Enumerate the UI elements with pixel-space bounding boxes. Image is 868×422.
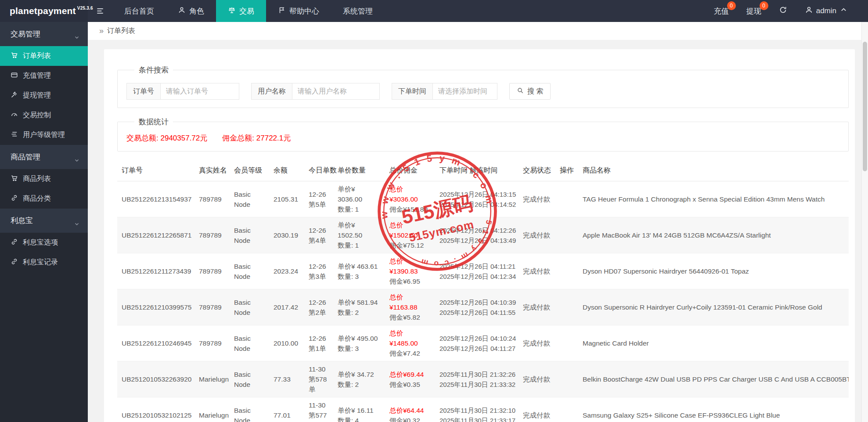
user-name-label: 用户名称 xyxy=(251,83,292,100)
times-cell: 2025年12月26日 04:13:152025年12月26日 04:14:52 xyxy=(435,181,519,217)
times-cell: 2025年11月30日 21:32:102025年11月30日 21:33:17 xyxy=(435,397,519,422)
refresh-button[interactable] xyxy=(770,0,796,22)
sidebar-item-order-list[interactable]: 订单列表 xyxy=(0,46,88,66)
action-cell xyxy=(555,361,578,397)
unit-qty-cell: 单价¥ 463.61数量: 3 xyxy=(333,253,385,289)
level-cell: Basic Node xyxy=(230,253,269,289)
user-name: admin xyxy=(816,7,836,15)
user-name-input[interactable] xyxy=(292,83,380,100)
app-version: V25.3.6 xyxy=(77,6,93,11)
unit-qty-cell: 单价¥ 495.00数量: 3 xyxy=(333,325,385,361)
app-name: planetpayment xyxy=(10,6,76,16)
withdraw-button[interactable]: 提现 0 xyxy=(738,0,770,22)
sidebar-item-recharge[interactable]: 充值管理 xyxy=(0,66,88,86)
menu-toggle-icon[interactable] xyxy=(88,0,112,22)
user-name-field: 用户名称 xyxy=(251,83,380,100)
total-commission-cell: 总价¥1163.88佣金¥5.82 xyxy=(385,289,435,325)
col-order-no: 订单号 xyxy=(117,160,194,181)
total-trade-stat: 交易总额: 2940357.72元 xyxy=(126,133,207,143)
level-cell: Basic Node xyxy=(230,325,269,361)
page-scrollbar[interactable] xyxy=(861,22,868,422)
sidebar-item-withdraw[interactable]: 提现管理 xyxy=(0,86,88,105)
user-menu[interactable]: admin xyxy=(796,0,857,22)
app-root: planetpaymentV25.3.6 后台首页 角色 交易 帮助中心 系统管… xyxy=(0,0,868,422)
col-balance: 余额 xyxy=(269,160,304,181)
sidebar-item-product-list-label: 商品列表 xyxy=(23,174,51,184)
search-button[interactable]: 搜 索 xyxy=(509,83,551,100)
wallet-icon xyxy=(11,71,18,80)
sidebar-group-interest-label: 利息宝 xyxy=(11,216,33,226)
sidebar-item-interest-records[interactable]: 利息宝记录 xyxy=(0,252,88,272)
scrollbar-thumb[interactable] xyxy=(863,42,867,171)
recharge-button[interactable]: 充值 0 xyxy=(705,0,738,22)
search-form: 订单号 用户名称 下单时间 搜 索 xyxy=(126,83,839,100)
sidebar-item-user-levels[interactable]: 用户等级管理 xyxy=(0,125,88,145)
table-row: UB2512261212265871 789789 Basic Node 203… xyxy=(117,217,849,253)
total-commission-cell: 总价¥69.44佣金¥0.35 xyxy=(385,361,435,397)
content-area: 条件搜索 订单号 用户名称 下单时间 xyxy=(88,40,868,422)
order-no-input[interactable] xyxy=(160,83,239,100)
order-no-cell: UB2512261212265871 xyxy=(117,217,194,253)
nav-roles[interactable]: 角色 xyxy=(166,0,216,22)
product-cell: Samsung Galaxy S25+ Silicone Case EF-PS9… xyxy=(578,397,849,422)
unit-qty-cell: 单价¥ 16.11数量: 4 xyxy=(333,397,385,422)
balance-cell: 2017.42 xyxy=(269,289,304,325)
action-cell xyxy=(555,397,578,422)
sidebar-item-interest-options-label: 利息宝选项 xyxy=(23,238,58,247)
sidebar-item-product-category[interactable]: 商品分类 xyxy=(0,189,88,209)
sidebar: 交易管理 订单列表 充值管理 提现管理 交易控制 用户等级管理 商品管理 商品列… xyxy=(0,22,88,422)
level-cell: Basic Node xyxy=(230,289,269,325)
order-no-label: 订单号 xyxy=(126,83,160,100)
gauge-icon xyxy=(11,111,18,120)
order-no-field: 订单号 xyxy=(126,83,239,100)
total-commission-stat: 佣金总额: 27722.1元 xyxy=(222,133,291,143)
action-cell xyxy=(555,253,578,289)
sidebar-item-withdraw-label: 提现管理 xyxy=(23,91,51,100)
sidebar-item-interest-options[interactable]: 利息宝选项 xyxy=(0,233,88,252)
levels-icon xyxy=(11,130,18,140)
real-name-cell: 789789 xyxy=(194,253,230,289)
orders-card: 条件搜索 订单号 用户名称 下单时间 xyxy=(104,49,855,422)
product-cell: TAG Heuer Formula 1 Chronograph x Senna … xyxy=(578,181,849,217)
col-total-commission: 总价佣金 xyxy=(385,160,435,181)
order-time-input[interactable] xyxy=(432,83,497,100)
sidebar-group-trade[interactable]: 交易管理 xyxy=(0,22,88,46)
total-commission-cell: 总价¥64.44佣金¥0.32 xyxy=(385,397,435,422)
times-cell: 2025年12月26日 04:10:242025年12月26日 04:11:27 xyxy=(435,325,519,361)
day-count-cell: 12-26第3单 xyxy=(304,253,333,289)
table-row: UB2512261210399575 789789 Basic Node 201… xyxy=(117,289,849,325)
cart-icon xyxy=(11,51,18,61)
total-commission-cell: 总价¥1502.50佣金¥75.12 xyxy=(385,217,435,253)
product-cell: Magnetic Card Holder xyxy=(578,325,849,361)
col-action: 操作 xyxy=(555,160,578,181)
link-icon xyxy=(11,194,18,203)
nav-system[interactable]: 系统管理 xyxy=(331,0,385,22)
nav-dashboard-label: 后台首页 xyxy=(124,6,154,16)
real-name-cell: 789789 xyxy=(194,289,230,325)
order-no-cell: UB2512261213154937 xyxy=(117,181,194,217)
nav-trade[interactable]: 交易 xyxy=(216,0,266,22)
order-no-cell: UB2512261211273439 xyxy=(117,253,194,289)
sidebar-item-trade-control[interactable]: 交易控制 xyxy=(0,105,88,125)
cart-icon xyxy=(11,174,18,184)
search-legend: 条件搜索 xyxy=(134,65,173,75)
recharge-label: 充值 xyxy=(714,6,729,16)
sidebar-group-interest[interactable]: 利息宝 xyxy=(0,209,88,233)
sidebar-item-order-list-label: 订单列表 xyxy=(23,51,51,61)
nav-dashboard[interactable]: 后台首页 xyxy=(112,0,166,22)
nav-help[interactable]: 帮助中心 xyxy=(266,0,331,22)
sidebar-item-recharge-label: 充值管理 xyxy=(23,71,51,80)
status-cell: 完成付款 xyxy=(519,253,555,289)
stats-fieldset: 数据统计 交易总额: 2940357.72元 佣金总额: 27722.1元 xyxy=(117,117,849,151)
nav-system-label: 系统管理 xyxy=(343,6,373,16)
sidebar-group-products[interactable]: 商品管理 xyxy=(0,145,88,169)
product-cell: Dyson Supersonic R Hairdryer Curly+Coily… xyxy=(578,289,849,325)
orders-tbody: UB2512261213154937 789789 Basic Node 210… xyxy=(117,181,849,422)
action-cell xyxy=(555,217,578,253)
top-header: planetpaymentV25.3.6 后台首页 角色 交易 帮助中心 系统管… xyxy=(0,0,868,22)
table-row: UB2512261213154937 789789 Basic Node 210… xyxy=(117,181,849,217)
sidebar-item-product-list[interactable]: 商品列表 xyxy=(0,169,88,189)
person-icon xyxy=(805,6,813,16)
col-level: 会员等级 xyxy=(230,160,269,181)
real-name-cell: 789789 xyxy=(194,217,230,253)
